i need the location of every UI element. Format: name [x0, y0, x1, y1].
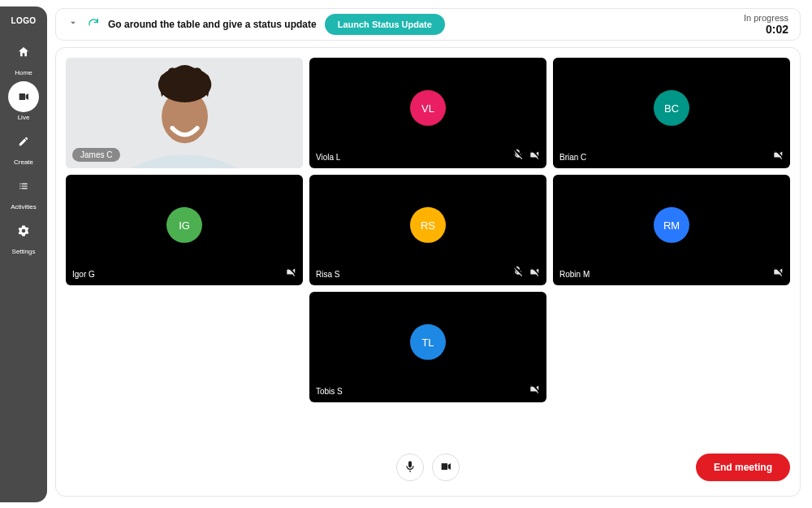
launch-status-button[interactable]: Launch Status Update [325, 14, 445, 35]
sidebar-item-label: Live [18, 114, 30, 121]
avatar: BC [654, 90, 689, 126]
svg-point-7 [192, 67, 201, 76]
sidebar-item-settings[interactable] [7, 215, 40, 246]
control-bar: End meeting [66, 449, 790, 486]
mic-icon [404, 460, 417, 475]
logo: LOGO [11, 16, 36, 25]
participant-name: Robin M [559, 270, 590, 279]
sidebar-item-create[interactable] [7, 126, 40, 157]
sidebar-item-activities[interactable] [7, 171, 40, 202]
home-icon [13, 41, 34, 63]
camera-off-icon [529, 266, 540, 280]
main: Go around the table and give a status up… [47, 0, 812, 508]
participant-name: Viola L [316, 153, 340, 162]
participant-name: Risa S [316, 270, 339, 279]
mic-toggle-button[interactable] [396, 454, 424, 481]
svg-point-4 [160, 74, 171, 85]
camera-off-icon [529, 149, 540, 163]
video-grid: James C VL Viola L BC Brian C IG Igor [66, 58, 790, 402]
camera-off-icon [772, 149, 784, 163]
video-icon [13, 86, 34, 107]
participant-tile[interactable]: RM Robin M [553, 175, 790, 285]
avatar: TL [410, 324, 446, 360]
participant-name: Igor G [72, 270, 95, 279]
sidebar-item-home[interactable] [7, 37, 40, 67]
meeting-status: In progress [744, 13, 788, 23]
topbar: Go around the table and give a status up… [55, 8, 801, 41]
sidebar-item-label: Home [15, 69, 32, 76]
camera-off-icon [285, 266, 296, 280]
sidebar: LOGO Home Live Create Activ [0, 7, 47, 502]
participant-tile[interactable]: VL Viola L [309, 58, 546, 168]
svg-point-5 [199, 74, 209, 85]
camera-off-icon [529, 383, 540, 397]
meeting-prompt: Go around the table and give a status up… [108, 19, 317, 30]
mic-off-icon [512, 149, 524, 163]
gear-icon [13, 220, 34, 241]
end-meeting-button[interactable]: End meeting [696, 454, 790, 481]
camera-icon [439, 460, 452, 475]
sidebar-item-live[interactable] [8, 81, 39, 112]
chevron-down-icon[interactable] [67, 17, 79, 32]
refresh-icon[interactable] [87, 16, 100, 33]
sidebar-item-label: Settings [12, 248, 36, 255]
svg-point-3 [158, 67, 212, 102]
list-icon [13, 176, 34, 197]
participant-tile[interactable]: BC Brian C [553, 58, 790, 168]
meeting-timer: 0:02 [744, 23, 788, 36]
participant-name: Brian C [559, 153, 586, 162]
avatar: VL [410, 90, 446, 126]
participant-tile[interactable]: RS Risa S [309, 175, 546, 285]
camera-toggle-button[interactable] [432, 454, 460, 481]
pencil-icon [13, 131, 34, 152]
participant-tile[interactable]: TL Tobis S [309, 292, 546, 402]
mic-off-icon [512, 266, 524, 280]
camera-off-icon [772, 266, 784, 280]
svg-point-6 [168, 67, 177, 76]
participant-tile[interactable]: James C [66, 58, 303, 168]
participant-name: Tobis S [316, 387, 343, 396]
sidebar-item-label: Activities [11, 203, 37, 211]
video-stage: James C VL Viola L BC Brian C IG Igor [55, 47, 801, 497]
avatar: IG [166, 207, 202, 243]
avatar: RM [654, 207, 689, 243]
sidebar-item-label: Create [14, 158, 33, 166]
avatar: RS [410, 207, 446, 243]
participant-tile[interactable]: IG Igor G [66, 175, 303, 285]
participant-name: James C [72, 148, 120, 162]
